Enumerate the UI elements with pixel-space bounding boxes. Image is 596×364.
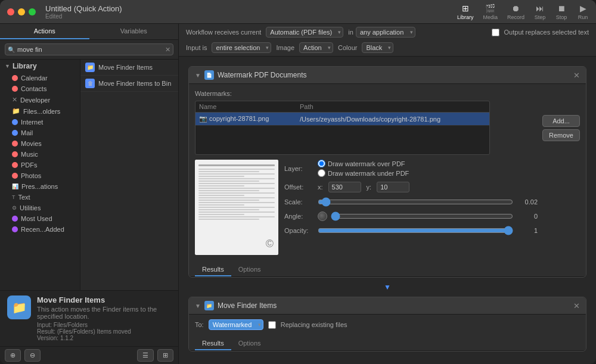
input-select[interactable]: entire selection xyxy=(212,42,271,53)
sidebar-item-utilities[interactable]: ⚙ Utilities xyxy=(0,203,80,213)
angle-label: Angle: xyxy=(284,213,314,220)
toolbar-step-btn[interactable]: ⏭ Step xyxy=(534,4,546,20)
receives-select[interactable]: Automatic (PDF files) xyxy=(266,27,343,38)
tab-variables[interactable]: Variables xyxy=(89,24,179,39)
preview-line xyxy=(198,164,275,166)
layer-under-radio[interactable] xyxy=(318,169,325,177)
sidebar-item-text[interactable]: T Text xyxy=(0,192,80,203)
search-clear-icon[interactable]: ✕ xyxy=(165,46,170,54)
music-icon xyxy=(12,151,18,157)
layer-label: Layer: xyxy=(284,165,314,172)
grid-view-btn[interactable]: ⊞ xyxy=(157,349,173,362)
application-select[interactable]: any application xyxy=(356,27,415,38)
toolbar-library-btn[interactable]: ⊞ Library xyxy=(457,4,474,20)
preview-line xyxy=(198,178,275,179)
move-finder-tabs: Results Options xyxy=(189,335,586,351)
tab-actions[interactable]: Actions xyxy=(0,24,89,39)
destination-select[interactable]: Watermarked xyxy=(209,319,263,330)
toolbar-record-btn[interactable]: ⏺ Record xyxy=(507,4,524,20)
search-icon: 🔍 xyxy=(8,46,15,53)
sidebar-item-developer[interactable]: ✕ Developer xyxy=(0,94,80,105)
offset-label: Offset: xyxy=(284,183,314,191)
sidebar-item-most-used[interactable]: Most Used xyxy=(0,213,80,224)
app-window: Untitled (Quick Action) Edited ⊞ Library… xyxy=(0,0,596,364)
action-meta: Input: Files/Folders Result: (Files/Fold… xyxy=(37,322,171,341)
scale-slider[interactable] xyxy=(318,197,513,207)
layer-under-option[interactable]: Draw watermark under PDF xyxy=(318,169,409,177)
preview-line xyxy=(198,197,275,198)
tab-move-finder-results[interactable]: Results xyxy=(195,337,231,350)
preview-line xyxy=(198,183,275,184)
preview-line xyxy=(198,214,244,215)
preview-line xyxy=(198,195,244,196)
remove-watermark-button[interactable]: Remove xyxy=(542,129,580,141)
watermark-panel-close-icon[interactable]: ✕ xyxy=(573,71,580,80)
sidebar-nav: ▼ Library Calendar Contacts ✕ Developer xyxy=(0,60,80,290)
angle-slider[interactable] xyxy=(331,211,513,221)
sidebar-item-label: Mail xyxy=(21,129,33,136)
image-select[interactable]: Action xyxy=(299,42,333,53)
sidebar-item-label: Most Used xyxy=(21,215,52,222)
collapse-btn[interactable]: ⊖ xyxy=(24,349,41,362)
sidebar-item-files[interactable]: 📁 Files...olders xyxy=(0,105,80,117)
sidebar-item-presentations[interactable]: 📊 Pres...ations xyxy=(0,181,80,192)
image-select-wrapper: Action xyxy=(299,42,333,53)
expand-btn[interactable]: ⊕ xyxy=(5,349,21,362)
layer-over-radio[interactable] xyxy=(318,160,325,167)
watermark-chevron-icon[interactable]: ▼ xyxy=(195,72,201,79)
toolbar-media-btn[interactable]: 🎬 Media xyxy=(483,4,498,20)
move-finder-chevron-icon[interactable]: ▼ xyxy=(195,303,201,309)
opacity-slider[interactable] xyxy=(318,226,513,235)
sidebar-item-label: Pres...ations xyxy=(21,183,58,190)
list-view-btn[interactable]: ☰ xyxy=(137,349,154,362)
output-replaces-checkbox[interactable] xyxy=(492,29,499,36)
version-label: Version: xyxy=(37,335,58,341)
sidebar-item-movies[interactable]: Movies xyxy=(0,138,80,149)
action-description: This action moves the Finder items to th… xyxy=(37,306,171,320)
sidebar-item-music[interactable]: Music xyxy=(0,149,80,160)
offset-y-input[interactable] xyxy=(377,182,409,192)
sidebar-item-recently-added[interactable]: Recen...Added xyxy=(0,224,80,235)
move-finder-close-icon[interactable]: ✕ xyxy=(573,301,580,310)
library-section-header[interactable]: ▼ Library xyxy=(0,60,80,73)
layer-over-option[interactable]: Draw watermark over PDF xyxy=(318,160,409,167)
replacing-checkbox[interactable] xyxy=(268,321,276,329)
search-result-move-finder[interactable]: 📁 Move Finder Items xyxy=(80,60,178,76)
offset-x-input[interactable] xyxy=(328,182,361,192)
tab-watermark-options[interactable]: Options xyxy=(231,263,268,276)
sidebar-item-calendar[interactable]: Calendar xyxy=(0,73,80,83)
colour-select[interactable]: Black xyxy=(362,42,393,53)
sidebar-item-contacts[interactable]: Contacts xyxy=(0,83,80,94)
sidebar-item-label: Text xyxy=(18,194,30,201)
sidebar-item-pdfs[interactable]: PDFs xyxy=(0,160,80,170)
to-select-wrapper: Watermarked xyxy=(209,319,263,330)
sidebar-item-photos[interactable]: Photos xyxy=(0,170,80,181)
close-button[interactable] xyxy=(7,8,14,15)
search-input[interactable] xyxy=(5,43,173,55)
preview-line xyxy=(198,204,244,206)
add-watermark-button[interactable]: Add... xyxy=(542,115,580,127)
sidebar-item-internet[interactable]: Internet xyxy=(0,117,80,127)
table-row[interactable]: 📷 copyright-28781.png /Users/zeyassh/Dow… xyxy=(195,113,489,126)
preview-line xyxy=(198,185,244,186)
angle-knob[interactable] xyxy=(318,211,327,221)
window-title: Untitled (Quick Action) xyxy=(45,4,122,13)
in-label: in xyxy=(348,29,353,36)
search-result-move-finder-bin[interactable]: 🗑 Move Finder Items to Bin xyxy=(80,76,178,92)
library-icon: ⊞ xyxy=(460,4,471,13)
move-finder-bin-icon: 🗑 xyxy=(85,79,95,88)
workflow-area: Workflow receives current Automatic (PDF… xyxy=(179,24,596,364)
preview-line xyxy=(198,216,275,217)
tab-move-finder-options[interactable]: Options xyxy=(231,337,268,350)
tab-watermark-results[interactable]: Results xyxy=(195,263,231,276)
toolbar-stop-btn[interactable]: ⏹ Stop xyxy=(555,4,567,20)
filename-cell: 📷 copyright-28781.png xyxy=(195,113,296,126)
minimize-button[interactable] xyxy=(18,8,25,15)
scale-value: 0.02 xyxy=(517,198,538,206)
sidebar-item-mail[interactable]: Mail xyxy=(0,127,80,138)
panels-container: ▼ 📄 Watermark PDF Documents ✕ Watermarks… xyxy=(179,57,596,364)
watermark-content: Watermarks: Name xyxy=(189,84,586,261)
toolbar-run-btn[interactable]: ▶ Run xyxy=(577,4,589,20)
maximize-button[interactable] xyxy=(29,8,36,15)
preview-line xyxy=(198,202,275,203)
